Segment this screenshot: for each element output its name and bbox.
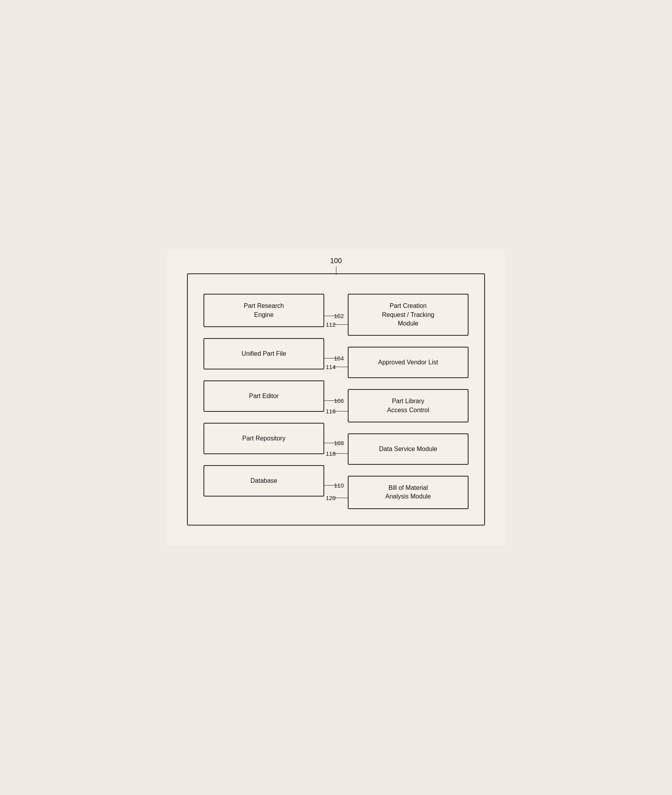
part-repository-box: Part Repository 108: [203, 423, 324, 454]
ref-110: 110: [334, 482, 344, 489]
part-creation-request-label: Part Creation Request / Tracking Module: [382, 302, 434, 328]
top-ref-line: [336, 266, 336, 275]
outer-border: 100 Part Research Engine 102 Unified Par…: [187, 273, 485, 526]
right-column: Part Creation Request / Tracking Module …: [348, 294, 469, 509]
database-box: Database 110: [203, 465, 324, 497]
bill-of-material-box: Bill of Material Analysis Module 120: [348, 476, 469, 509]
part-research-engine-label: Part Research Engine: [244, 302, 284, 319]
part-library-access-control-box: Part Library Access Control 116: [348, 389, 469, 422]
ref-104: 104: [334, 355, 344, 362]
unified-part-file-box: Unified Part File 104: [203, 338, 324, 369]
part-library-access-control-label: Part Library Access Control: [387, 397, 429, 415]
approved-vendor-list-box: Approved Vendor List 114: [348, 347, 469, 378]
ref-106: 106: [334, 397, 344, 404]
ref-112: 112: [326, 321, 336, 328]
left-column: Part Research Engine 102 Unified Part Fi…: [203, 294, 324, 509]
ref-118: 118: [326, 450, 336, 457]
unified-part-file-label: Unified Part File: [242, 349, 286, 358]
approved-vendor-list-label: Approved Vendor List: [378, 358, 438, 367]
part-creation-request-box: Part Creation Request / Tracking Module …: [348, 294, 469, 336]
content-grid: Part Research Engine 102 Unified Part Fi…: [203, 294, 469, 509]
ref-102: 102: [334, 313, 344, 319]
part-editor-label: Part Editor: [249, 392, 279, 400]
part-repository-label: Part Repository: [242, 434, 285, 443]
ref-120: 120: [326, 495, 336, 501]
part-research-engine-box: Part Research Engine 102: [203, 294, 324, 327]
ref-114: 114: [326, 364, 336, 370]
data-service-module-label: Data Service Module: [379, 445, 438, 453]
diagram-ref-number: 100: [330, 257, 342, 265]
ref-108: 108: [334, 440, 344, 446]
part-editor-box: Part Editor 106: [203, 380, 324, 412]
ref-116: 116: [326, 408, 336, 415]
database-label: Database: [251, 477, 278, 485]
bill-of-material-label: Bill of Material Analysis Module: [385, 484, 431, 501]
data-service-module-box: Data Service Module 118: [348, 433, 469, 465]
page-container: 100 Part Research Engine 102 Unified Par…: [167, 250, 505, 545]
